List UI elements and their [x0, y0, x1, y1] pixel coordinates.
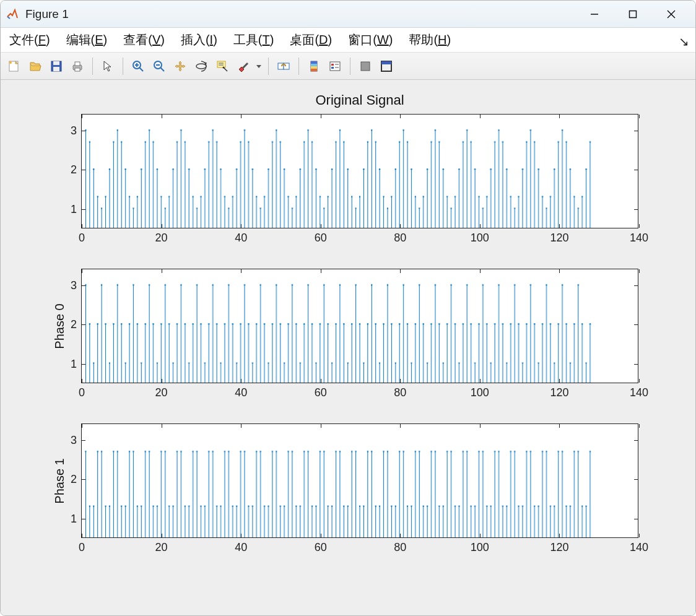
hide-toolbar-icon[interactable] — [355, 56, 375, 76]
ytick-label: 2 — [71, 473, 82, 486]
xtick-label: 120 — [550, 228, 568, 245]
menu-edit[interactable]: 编辑(E) — [63, 29, 111, 51]
xtick-label: 20 — [155, 537, 168, 554]
colorbar-icon[interactable] — [304, 56, 324, 76]
undock-arrow-icon[interactable]: ↘ — [679, 34, 689, 49]
svg-rect-34 — [331, 67, 334, 69]
xtick-label: 20 — [155, 228, 168, 245]
axes-title: Original Signal — [315, 92, 404, 108]
xtick-label: 40 — [235, 383, 247, 399]
brush-icon[interactable] — [233, 56, 253, 76]
menu-help[interactable]: 帮助(H) — [405, 29, 455, 51]
svg-line-24 — [243, 63, 248, 68]
svg-rect-20 — [217, 61, 225, 67]
svg-rect-8 — [53, 67, 59, 71]
axes-2[interactable]: Phase 1123020406080100120140 — [81, 423, 638, 538]
xtick-label: 0 — [79, 228, 85, 245]
menu-window[interactable]: 窗口(W) — [344, 29, 396, 51]
ytick-label: 1 — [71, 513, 82, 526]
svg-point-23 — [223, 66, 225, 68]
data-cursor-icon[interactable] — [212, 56, 232, 76]
maximize-button[interactable] — [614, 2, 652, 27]
menu-desktop[interactable]: 桌面(D) — [286, 29, 336, 51]
link-axes-icon[interactable] — [274, 56, 294, 76]
legend-icon[interactable] — [325, 56, 345, 76]
menu-view[interactable]: 查看(V) — [120, 29, 168, 51]
axes-ylabel: Phase 1 — [53, 458, 67, 503]
figure-window: Figure 1 文件(F) 编辑(E) 查看(V) 插入(I) 工具(T) 桌… — [0, 0, 696, 616]
ytick-label: 3 — [71, 124, 82, 137]
svg-rect-1 — [630, 11, 637, 17]
svg-rect-7 — [53, 61, 59, 65]
svg-line-17 — [160, 67, 164, 71]
stem-plot-1 — [82, 269, 638, 383]
ytick-label: 2 — [71, 163, 82, 176]
minimize-button[interactable] — [575, 2, 614, 27]
xtick-label: 60 — [315, 537, 327, 554]
xtick-label: 80 — [394, 228, 406, 245]
svg-rect-33 — [331, 64, 334, 66]
xtick-label: 0 — [79, 537, 85, 554]
xtick-label: 100 — [471, 383, 489, 399]
svg-rect-11 — [75, 68, 80, 71]
brush-dropdown-icon[interactable] — [254, 56, 263, 76]
save-icon[interactable] — [46, 56, 66, 76]
pointer-icon[interactable] — [98, 56, 118, 76]
svg-line-13 — [139, 67, 143, 71]
matlab-app-icon — [6, 7, 19, 21]
ytick-label: 3 — [71, 433, 82, 446]
xtick-label: 80 — [394, 537, 406, 554]
xtick-label: 120 — [550, 383, 568, 399]
svg-point-19 — [196, 64, 206, 69]
xtick-label: 140 — [630, 537, 648, 554]
xtick-label: 140 — [630, 228, 648, 245]
axes-0[interactable]: Original Signal123020406080100120140 — [81, 114, 638, 228]
new-figure-icon[interactable] — [4, 56, 24, 76]
rotate3d-icon[interactable] — [191, 56, 211, 76]
menu-file[interactable]: 文件(F) — [6, 29, 54, 51]
svg-rect-31 — [311, 69, 317, 71]
svg-rect-29 — [311, 64, 317, 66]
ytick-label: 1 — [71, 203, 82, 216]
xtick-label: 60 — [315, 383, 327, 399]
svg-rect-30 — [311, 66, 317, 69]
zoom-in-icon[interactable] — [128, 56, 148, 76]
svg-rect-10 — [75, 62, 80, 66]
toolbar — [1, 53, 695, 80]
ytick-label: 1 — [71, 358, 82, 371]
svg-point-5 — [9, 61, 12, 64]
stem-plot-2 — [82, 424, 638, 537]
xtick-label: 140 — [630, 383, 648, 399]
menubar: 文件(F) 编辑(E) 查看(V) 插入(I) 工具(T) 桌面(D) 窗口(W… — [1, 28, 695, 53]
xtick-label: 100 — [471, 228, 489, 245]
xtick-label: 100 — [471, 537, 489, 554]
xtick-label: 20 — [155, 383, 168, 399]
figure-canvas[interactable]: Original Signal123020406080100120140Phas… — [1, 80, 695, 615]
xtick-label: 120 — [550, 537, 568, 554]
close-button[interactable] — [652, 2, 690, 27]
print-icon[interactable] — [67, 56, 87, 76]
svg-rect-32 — [330, 62, 340, 71]
xtick-label: 40 — [235, 228, 247, 245]
window-controls — [575, 2, 690, 27]
xtick-label: 0 — [79, 383, 85, 399]
svg-rect-28 — [311, 61, 317, 64]
svg-rect-37 — [361, 62, 370, 71]
zoom-out-icon[interactable] — [149, 56, 169, 76]
stem-plot-0 — [82, 115, 638, 228]
dock-icon[interactable] — [376, 56, 396, 76]
xtick-label: 80 — [394, 383, 406, 399]
ytick-label: 3 — [71, 279, 82, 292]
axes-ylabel: Phase 0 — [53, 303, 67, 349]
menu-insert[interactable]: 插入(I) — [177, 29, 221, 51]
axes-1[interactable]: Phase 0123020406080100120140 — [81, 269, 638, 383]
open-icon[interactable] — [25, 56, 45, 76]
menu-tools[interactable]: 工具(T) — [230, 29, 278, 51]
xtick-label: 40 — [235, 537, 247, 554]
ytick-label: 2 — [71, 318, 82, 331]
titlebar: Figure 1 — [1, 1, 695, 28]
xtick-label: 60 — [315, 228, 327, 245]
window-title: Figure 1 — [25, 7, 575, 21]
pan-icon[interactable] — [170, 56, 190, 76]
svg-rect-39 — [381, 61, 391, 64]
